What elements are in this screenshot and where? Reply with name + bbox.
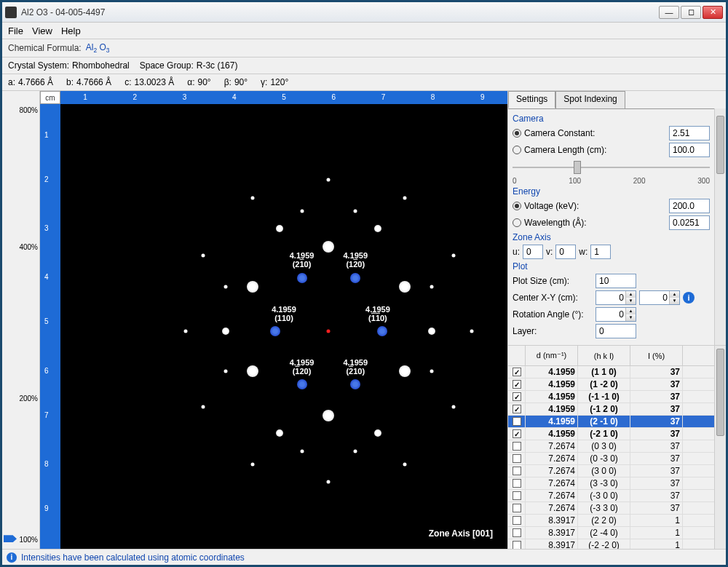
scrollbar-thumb[interactable] xyxy=(716,349,724,436)
spot[interactable] xyxy=(224,285,228,288)
wavelength-input[interactable] xyxy=(669,215,710,230)
spot[interactable] xyxy=(430,369,433,373)
col-hkl[interactable]: (h k l) xyxy=(578,346,630,365)
plot-canvas[interactable]: 4.1959(210) 4.1959(120) 4.1959(110) 4.19… xyxy=(60,104,507,549)
row-checkbox[interactable]: ✓ xyxy=(513,405,521,413)
spot[interactable] xyxy=(374,429,381,437)
menu-file[interactable]: File xyxy=(8,25,23,36)
center-y-spinner[interactable]: ▲▼ xyxy=(639,290,680,305)
spot[interactable] xyxy=(251,462,255,466)
row-checkbox[interactable] xyxy=(513,442,521,451)
wavelength-radio[interactable] xyxy=(513,218,521,227)
spot[interactable] xyxy=(276,429,283,437)
close-button[interactable]: ✕ xyxy=(703,6,723,19)
menu-help[interactable]: Help xyxy=(61,25,81,36)
menu-view[interactable]: View xyxy=(32,25,52,36)
voltage-input[interactable] xyxy=(669,199,710,213)
spot[interactable] xyxy=(403,462,406,466)
row-checkbox[interactable] xyxy=(513,528,521,537)
spin-up-icon[interactable]: ▲ xyxy=(625,308,636,314)
spot[interactable] xyxy=(452,405,456,408)
v-input[interactable] xyxy=(555,245,576,259)
spot[interactable] xyxy=(403,196,406,199)
center-x-spinner[interactable]: ▲▼ xyxy=(596,290,636,305)
spot[interactable] xyxy=(399,365,411,377)
spot[interactable] xyxy=(251,196,255,199)
spot[interactable] xyxy=(327,480,331,484)
info-icon[interactable]: i xyxy=(683,292,695,304)
spot[interactable] xyxy=(222,328,229,335)
table-row[interactable]: ✓4.1959(-1 -1 0)37 xyxy=(508,391,714,403)
spot[interactable] xyxy=(327,178,331,182)
voltage-radio[interactable] xyxy=(513,202,521,210)
camera-length-input[interactable] xyxy=(669,143,710,157)
table-row[interactable]: 7.2674(-3 0 0)37 xyxy=(508,490,714,502)
spot[interactable] xyxy=(350,273,360,283)
spot[interactable] xyxy=(430,285,433,288)
u-input[interactable] xyxy=(523,245,543,259)
spot[interactable] xyxy=(323,410,334,421)
tab-spot-indexing[interactable]: Spot Indexing xyxy=(555,91,625,108)
spin-down-icon[interactable]: ▼ xyxy=(625,314,636,321)
row-checkbox[interactable] xyxy=(513,516,521,525)
row-checkbox[interactable] xyxy=(513,454,521,463)
table-row[interactable]: 8.3917(2 2 0)1 xyxy=(508,515,714,527)
maximize-button[interactable]: ◻ xyxy=(681,6,701,19)
row-checkbox[interactable] xyxy=(513,491,521,500)
table-scrollbar[interactable] xyxy=(714,346,726,549)
table-row[interactable]: ✓4.1959(2 -1 0)37 xyxy=(508,416,714,428)
zoom-indicator-icon[interactable] xyxy=(4,535,17,542)
spot[interactable] xyxy=(354,449,357,453)
spot[interactable] xyxy=(183,329,187,333)
row-checkbox[interactable] xyxy=(513,504,521,512)
spot[interactable] xyxy=(297,273,307,283)
slider-knob-icon[interactable] xyxy=(574,161,581,174)
spin-up-icon[interactable]: ▲ xyxy=(669,291,679,298)
col-intensity[interactable]: I (%) xyxy=(630,346,683,365)
spot[interactable] xyxy=(470,329,473,333)
spot[interactable] xyxy=(202,405,205,408)
row-checkbox[interactable]: ✓ xyxy=(513,368,521,376)
spin-up-icon[interactable]: ▲ xyxy=(625,291,636,298)
spot[interactable] xyxy=(452,253,456,257)
tab-settings[interactable]: Settings xyxy=(508,91,555,108)
layer-input[interactable] xyxy=(596,324,636,338)
spot[interactable] xyxy=(247,281,258,293)
spot[interactable] xyxy=(300,449,304,453)
table-row[interactable]: ✓4.1959(1 -2 0)37 xyxy=(508,378,714,391)
table-row[interactable]: ✓4.1959(-1 2 0)37 xyxy=(508,403,714,416)
spot[interactable] xyxy=(297,379,307,389)
plot-size-input[interactable] xyxy=(596,274,636,288)
table-row[interactable]: 7.2674(-3 3 0)37 xyxy=(508,502,714,515)
rotation-spinner[interactable]: ▲▼ xyxy=(596,307,636,322)
table-row[interactable]: 7.2674(0 3 0)37 xyxy=(508,440,714,453)
spot[interactable] xyxy=(354,209,357,213)
row-checkbox[interactable] xyxy=(513,541,521,549)
camera-constant-input[interactable] xyxy=(669,126,710,140)
table-row[interactable]: 7.2674(3 -3 0)37 xyxy=(508,477,714,490)
minimize-button[interactable]: — xyxy=(659,6,679,19)
camera-slider[interactable] xyxy=(513,159,710,177)
zoom-scale[interactable]: 800% 400% 200% 100% xyxy=(2,91,40,549)
spot[interactable] xyxy=(377,326,387,336)
spot[interactable] xyxy=(323,241,334,253)
table-row[interactable]: ✓4.1959(-2 1 0)37 xyxy=(508,428,714,440)
row-checkbox[interactable]: ✓ xyxy=(513,417,521,426)
spot[interactable] xyxy=(247,365,258,377)
row-checkbox[interactable]: ✓ xyxy=(513,392,521,401)
diffraction-plot[interactable]: cm 1 2 3 4 5 6 7 8 9 1 2 3 4 5 6 7 8 9 xyxy=(40,91,507,549)
table-row[interactable]: 8.3917(-2 -2 0)1 xyxy=(508,539,714,549)
table-row[interactable]: ✓4.1959(1 1 0)37 xyxy=(508,366,714,378)
spin-down-icon[interactable]: ▼ xyxy=(625,298,636,304)
spot[interactable] xyxy=(374,225,381,232)
spin-down-icon[interactable]: ▼ xyxy=(669,298,679,304)
camera-constant-radio[interactable] xyxy=(513,129,521,138)
table-row[interactable]: 8.3917(2 -4 0)1 xyxy=(508,527,714,539)
row-checkbox[interactable]: ✓ xyxy=(513,429,521,438)
spot[interactable] xyxy=(428,328,435,335)
spot[interactable] xyxy=(399,281,411,293)
spot[interactable] xyxy=(270,326,280,336)
spot[interactable] xyxy=(276,225,283,232)
spot[interactable] xyxy=(350,379,360,389)
spot[interactable] xyxy=(202,253,205,257)
